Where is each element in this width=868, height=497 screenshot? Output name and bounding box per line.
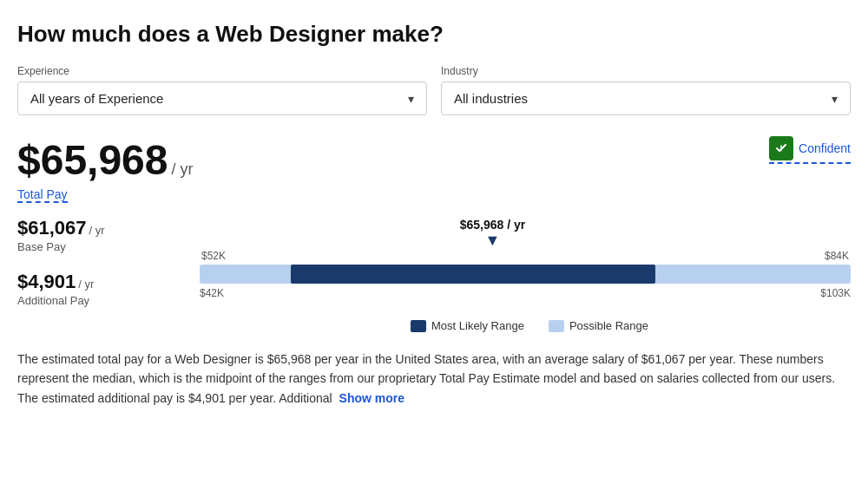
most-likely-bar	[291, 265, 655, 284]
possible-label: Possible Range	[569, 319, 648, 332]
confident-icon	[769, 136, 793, 160]
most-likely-legend: Most Likely Range	[411, 319, 524, 332]
marker-arrow-icon: ▼	[485, 232, 501, 249]
base-pay-value: $61,067	[17, 217, 87, 239]
industry-label: Industry	[441, 65, 851, 77]
page-title: How much does a Web Designer make?	[17, 21, 851, 48]
marker-value: $65,968 / yr	[460, 218, 526, 232]
industry-chevron-icon: ▾	[832, 92, 838, 106]
additional-pay-label: Additional Pay	[17, 294, 200, 307]
legend-row: Most Likely Range Possible Range	[208, 319, 851, 332]
experience-value: All years of Experience	[30, 91, 163, 106]
svg-point-1	[780, 150, 782, 152]
confident-badge[interactable]: Confident	[769, 136, 851, 164]
description-text: The estimated total pay for a Web Design…	[17, 352, 835, 405]
main-chart-row: $61,067 / yr Base Pay $4,901 / yr Additi…	[17, 217, 851, 307]
total-pay-label[interactable]: Total Pay	[17, 187, 68, 203]
industry-filter-group: Industry All industries ▾	[441, 65, 851, 115]
salary-bar	[200, 265, 851, 284]
additional-pay-amount: $4,901 / yr	[17, 271, 200, 293]
experience-select[interactable]: All years of Experience ▾	[17, 82, 427, 115]
salary-section: $65,968 / yr Total Pay Confident	[17, 136, 851, 203]
breakdown-left: $61,067 / yr Base Pay $4,901 / yr Additi…	[17, 217, 200, 307]
additional-pay-item: $4,901 / yr Additional Pay	[17, 271, 200, 307]
chart-marker: $65,968 / yr ▼	[460, 217, 526, 249]
experience-filter-group: Experience All years of Experience ▾	[17, 65, 427, 115]
most-likely-swatch	[411, 320, 426, 332]
base-pay-period: / yr	[89, 224, 105, 237]
total-pay-value: $65,968	[17, 136, 168, 184]
total-pay-amount: $65,968 / yr	[17, 136, 194, 184]
show-more-link[interactable]: Show more	[339, 391, 404, 405]
base-pay-item: $61,067 / yr Base Pay	[17, 217, 200, 253]
range-labels-bottom: $42K $103K	[200, 287, 851, 299]
industry-select[interactable]: All industries ▾	[441, 82, 851, 115]
chart-marker-row: $65,968 / yr ▼	[200, 217, 851, 248]
experience-label: Experience	[17, 65, 427, 77]
most-likely-label: Most Likely Range	[431, 319, 524, 332]
experience-chevron-icon: ▾	[408, 92, 414, 106]
range-bottom-left: $42K	[200, 287, 224, 299]
filters-row: Experience All years of Experience ▾ Ind…	[17, 65, 851, 115]
range-bottom-right: $103K	[820, 287, 851, 299]
additional-pay-value: $4,901	[17, 271, 76, 293]
additional-pay-period: / yr	[78, 278, 94, 291]
description-section: The estimated total pay for a Web Design…	[17, 350, 851, 408]
range-top-left: $52K	[201, 250, 226, 262]
base-pay-label: Base Pay	[17, 240, 200, 253]
total-pay-section: $65,968 / yr Total Pay	[17, 136, 194, 203]
possible-legend: Possible Range	[549, 319, 648, 332]
base-pay-amount: $61,067 / yr	[17, 217, 200, 239]
chart-section: $65,968 / yr ▼ $52K $84K $42K $103K	[200, 217, 851, 307]
industry-value: All industries	[454, 91, 528, 106]
total-pay-period: / yr	[172, 160, 194, 179]
possible-swatch	[549, 320, 564, 332]
range-top-right: $84K	[825, 250, 849, 262]
confident-text: Confident	[799, 141, 851, 155]
range-labels-top: $52K $84K	[200, 250, 851, 262]
